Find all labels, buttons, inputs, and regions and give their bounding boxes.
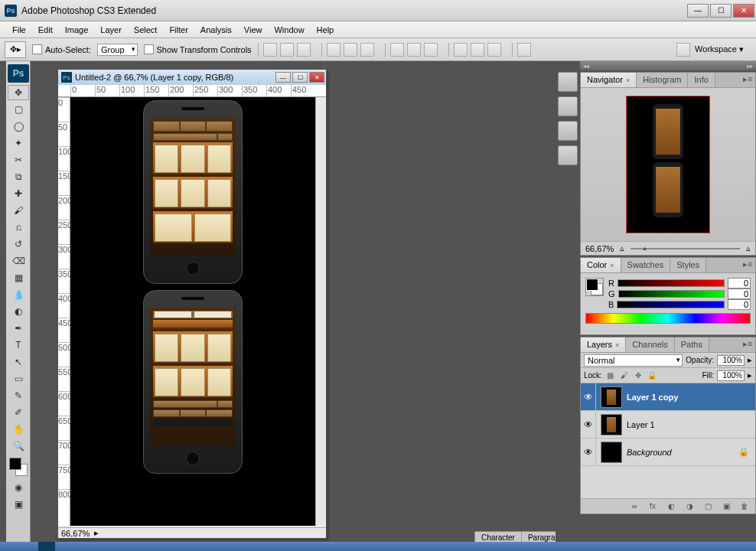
hand-tool[interactable]: ✋	[8, 422, 29, 437]
layer-style-icon[interactable]: fx	[647, 501, 659, 512]
g-value[interactable]: 0	[728, 289, 751, 299]
menu-image[interactable]: Image	[59, 23, 95, 37]
menu-analysis[interactable]: Analysis	[194, 23, 238, 37]
menu-view[interactable]: View	[238, 23, 269, 37]
tab-channels[interactable]: Channels	[626, 337, 674, 352]
align-right-icon[interactable]	[360, 43, 374, 57]
ruler-horizontal[interactable]: 050100150200250300350400450	[58, 85, 326, 97]
delete-layer-icon[interactable]: 🗑	[738, 501, 751, 512]
eraser-tool[interactable]: ⌫	[8, 253, 29, 269]
notes-tool[interactable]: ✎	[8, 388, 29, 403]
menu-filter[interactable]: Filter	[163, 23, 194, 37]
visibility-icon[interactable]: 👁	[581, 383, 596, 410]
tab-styles[interactable]: Styles	[670, 258, 706, 272]
panel-menu-icon[interactable]: ▸≡	[743, 74, 754, 85]
fill-arrow-icon[interactable]: ▸	[748, 370, 752, 380]
zoom-slider[interactable]	[631, 248, 740, 249]
menu-select[interactable]: Select	[128, 23, 164, 37]
align-hcenter-icon[interactable]	[344, 43, 357, 57]
collapsed-panel-icon-4[interactable]	[558, 145, 578, 165]
adjustment-layer-icon[interactable]: ◑	[683, 501, 696, 512]
layers-panel-menu-icon[interactable]: ▸≡	[743, 339, 754, 350]
layer-name[interactable]: Background	[627, 448, 672, 457]
screenmode-tool[interactable]: ▣	[8, 497, 29, 512]
gradient-tool[interactable]: ▦	[8, 270, 29, 285]
pen-tool[interactable]: ✒	[8, 321, 29, 336]
tab-layers[interactable]: Layers×	[581, 337, 626, 352]
b-value[interactable]: 0	[728, 299, 751, 310]
canvas[interactable]	[70, 97, 315, 526]
b-slider[interactable]	[617, 301, 725, 308]
taskbar[interactable]	[0, 542, 756, 551]
layer-group-icon[interactable]: ▢	[702, 501, 714, 512]
menu-help[interactable]: Help	[311, 23, 341, 37]
menu-edit[interactable]: Edit	[32, 23, 59, 37]
workspace-menu[interactable]: Workspace ▾	[695, 44, 744, 54]
minimize-button[interactable]: —	[687, 4, 709, 18]
g-slider[interactable]	[618, 290, 725, 298]
move-tool-indicator[interactable]: ✥▸	[5, 41, 26, 58]
zoom-out-icon[interactable]: ▵	[620, 243, 624, 253]
zoom-level[interactable]: 66,67%	[61, 529, 90, 538]
layer-thumbnail[interactable]	[601, 386, 622, 408]
eyedropper-tool[interactable]: ✐	[8, 405, 29, 420]
tab-swatches[interactable]: Swatches	[621, 258, 671, 272]
layer-name[interactable]: Layer 1	[627, 420, 655, 429]
wand-tool[interactable]: ✦	[8, 135, 29, 151]
workspace-icon[interactable]	[676, 43, 690, 57]
layer-row[interactable]: 👁 Background 🔒	[581, 439, 755, 466]
color-panel-menu-icon[interactable]: ▸≡	[743, 259, 754, 270]
scrollbar-vertical[interactable]	[315, 97, 326, 526]
distribute-bottom-icon[interactable]	[424, 43, 438, 57]
path-tool[interactable]: ↖	[8, 354, 29, 370]
layer-thumbnail[interactable]	[601, 414, 622, 435]
foreground-color-swatch[interactable]	[9, 458, 21, 470]
dodge-tool[interactable]: ◐	[8, 304, 29, 319]
align-bottom-icon[interactable]	[297, 43, 311, 57]
fill-input[interactable]: 100%	[717, 370, 745, 381]
distribute-left-icon[interactable]	[454, 43, 468, 57]
ruler-vertical[interactable]: 0501001502002503003504004505005506006507…	[58, 97, 70, 526]
type-tool[interactable]: T	[8, 337, 29, 353]
collapsed-panel-icon-1[interactable]	[558, 72, 578, 92]
collapsed-panel-icon-3[interactable]	[558, 121, 578, 141]
tab-histogram[interactable]: Histogram	[637, 73, 688, 87]
blend-mode-select[interactable]: Normal	[584, 354, 683, 367]
panel-strip-top[interactable]: ◂◂▸▸	[580, 61, 756, 70]
opacity-input[interactable]: 100%	[717, 355, 745, 366]
layer-name[interactable]: Layer 1 copy	[627, 393, 678, 402]
tab-info[interactable]: Info	[688, 73, 715, 87]
slice-tool[interactable]: ⧉	[8, 169, 29, 184]
zoom-tool[interactable]: 🔍	[8, 439, 29, 454]
tab-paths[interactable]: Paths	[675, 337, 709, 352]
lock-all-icon[interactable]: 🔒	[647, 370, 657, 381]
visibility-icon[interactable]: 👁	[581, 411, 596, 438]
crop-tool[interactable]: ✂	[8, 152, 29, 168]
menu-window[interactable]: Window	[268, 23, 310, 37]
history-brush-tool[interactable]: ↺	[8, 236, 29, 252]
align-left-icon[interactable]	[327, 43, 341, 57]
r-slider[interactable]	[618, 279, 725, 287]
align-vcenter-icon[interactable]	[280, 43, 294, 57]
doc-minimize-button[interactable]: —	[275, 72, 291, 83]
lock-pixels-icon[interactable]: 🖌	[619, 370, 630, 381]
doc-close-button[interactable]: ✕	[309, 72, 324, 83]
layer-row[interactable]: 👁 Layer 1	[581, 411, 755, 439]
blur-tool[interactable]: 💧	[8, 287, 29, 302]
layer-row[interactable]: 👁 Layer 1 copy	[581, 383, 755, 411]
color-spectrum[interactable]	[585, 313, 751, 324]
lock-transparency-icon[interactable]: ▦	[605, 370, 616, 381]
taskbar-photoshop-icon[interactable]	[38, 542, 55, 551]
maximize-button[interactable]: ☐	[710, 4, 732, 18]
menu-file[interactable]: File	[6, 23, 32, 37]
visibility-icon[interactable]: 👁	[581, 439, 596, 465]
doc-maximize-button[interactable]: ☐	[292, 72, 308, 83]
layer-thumbnail[interactable]	[601, 442, 622, 463]
layer-mask-icon[interactable]: ◐	[665, 501, 677, 512]
menu-layer[interactable]: Layer	[94, 23, 128, 37]
stamp-tool[interactable]: ⎌	[8, 220, 29, 235]
shape-tool[interactable]: ▭	[8, 371, 29, 386]
brush-tool[interactable]: 🖌	[8, 203, 29, 218]
auto-select-checkbox[interactable]	[32, 44, 42, 54]
quickmask-tool[interactable]: ◉	[8, 480, 29, 495]
